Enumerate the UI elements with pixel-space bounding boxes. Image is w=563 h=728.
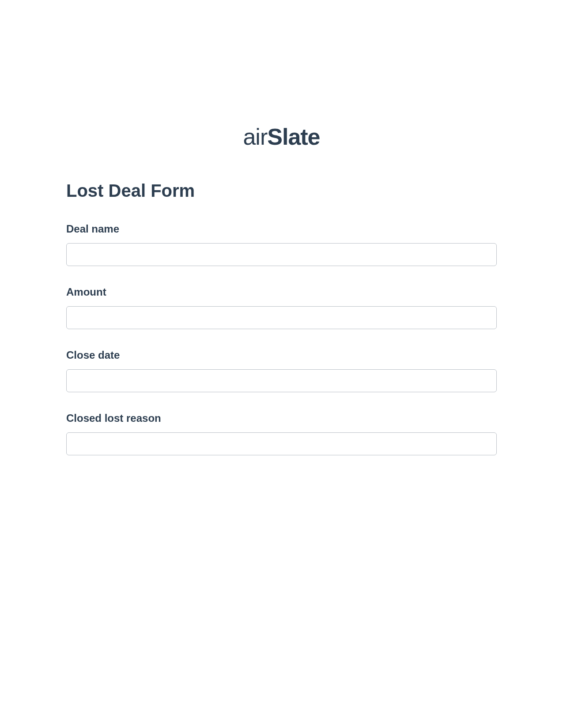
label-closed-lost-reason: Closed lost reason <box>66 412 497 424</box>
field-deal-name: Deal name <box>66 223 497 266</box>
logo-container: airSlate <box>66 124 497 150</box>
label-amount: Amount <box>66 286 497 298</box>
field-amount: Amount <box>66 286 497 329</box>
label-deal-name: Deal name <box>66 223 497 235</box>
field-closed-lost-reason: Closed lost reason <box>66 412 497 455</box>
input-deal-name[interactable] <box>66 243 497 266</box>
input-amount[interactable] <box>66 306 497 329</box>
field-close-date: Close date <box>66 349 497 392</box>
input-closed-lost-reason[interactable] <box>66 432 497 455</box>
label-close-date: Close date <box>66 349 497 361</box>
form-title: Lost Deal Form <box>66 181 497 201</box>
form-page: airSlate Lost Deal Form Deal name Amount… <box>0 0 563 455</box>
logo-suffix: Slate <box>267 124 320 150</box>
airslate-logo: airSlate <box>243 124 320 150</box>
input-close-date[interactable] <box>66 369 497 392</box>
logo-prefix: air <box>243 124 267 150</box>
